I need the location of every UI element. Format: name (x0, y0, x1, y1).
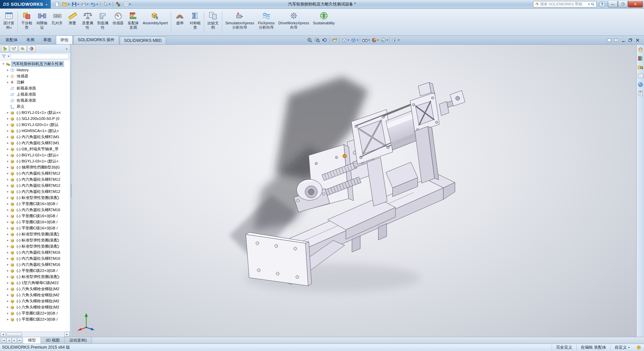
tree-expander-icon[interactable]: ▸ (6, 117, 10, 120)
tree-item[interactable]: ▸(-) 平垫圈C级22×3[GB / (1, 268, 70, 274)
hole-align-button[interactable]: 孔对齐 (50, 10, 65, 35)
tree-expander-icon[interactable]: ▸ (6, 160, 10, 163)
section-view-button[interactable] (331, 36, 338, 44)
tree-item[interactable]: ▸History (1, 67, 70, 73)
tab-nav-button-3[interactable]: ►| (17, 338, 22, 343)
tree-item[interactable]: ▸(-) 六角头螺栓全螺纹(M2 (1, 286, 70, 292)
tree-expander-icon[interactable]: ▸ (6, 245, 10, 248)
help-button[interactable]: ? (599, 1, 605, 7)
interference-button[interactable]: 干涉检 查 (19, 10, 34, 35)
tree-item[interactable]: ▸(-) 轴用弹性挡圈B型35[G (1, 164, 70, 170)
tree-expander-icon[interactable]: ▸ (6, 239, 10, 242)
doc-restore-button[interactable] (627, 37, 634, 43)
tab-nav-button-1[interactable]: ◄ (6, 338, 12, 343)
assemblyxpert-button[interactable]: XAssemblyXpert (141, 10, 169, 35)
zoom-to-area-button[interactable] (314, 36, 321, 44)
tree-item[interactable]: ▸(-) 内六角圆柱头螺钉M16 (1, 249, 70, 255)
tree-item[interactable]: ▸(-) 内六角圆柱头螺钉M12 (1, 189, 70, 195)
apply-scene-button[interactable]: ▾ (380, 36, 389, 44)
tree-item[interactable]: ▸A注解 (1, 79, 70, 85)
tab-布局[interactable]: 布局 (22, 35, 39, 44)
tree-item[interactable]: ▸(-) 内六角圆柱头螺钉M12 (1, 176, 70, 182)
tree-expander-icon[interactable]: ▸ (6, 312, 10, 315)
tree-item[interactable]: ▸(-) 标准型弹性垫圈(装配) (1, 237, 70, 243)
tree-expander-icon[interactable]: ▸ (6, 251, 10, 254)
select-button[interactable]: ▾ (102, 1, 111, 8)
tree-expander-icon[interactable]: ▸ (6, 172, 10, 175)
tree-expander-icon[interactable]: ▸ (6, 202, 10, 205)
tree-item[interactable]: ▸(-) 1型六角螺母C级(M22 (1, 280, 70, 286)
tree-expander-icon[interactable]: ▸ (6, 294, 10, 297)
tree-expander-icon[interactable]: ▸ (6, 221, 10, 224)
symmetry-button[interactable]: 对称检 查 (188, 10, 203, 35)
tree-item[interactable]: ▸(-) 平垫圈C级22×3[GB / (1, 316, 70, 322)
view-settings-button[interactable]: ▾ (391, 36, 400, 44)
tree-item[interactable]: ▸(-) 内六角圆柱头螺钉M12 (1, 182, 70, 189)
menu-expand-arrow[interactable]: ▸ (46, 3, 48, 6)
rebuild-button[interactable] (115, 1, 122, 8)
display-style-button[interactable]: ▾ (350, 36, 359, 44)
tree-expander-icon[interactable]: ▸ (6, 178, 10, 181)
curvature-button[interactable]: 曲率 (172, 10, 187, 35)
previous-view-button[interactable] (321, 36, 328, 44)
maximize-button[interactable]: ❐ (618, 1, 628, 7)
open-button[interactable]: ▾ (61, 1, 70, 8)
search-icon[interactable] (591, 2, 595, 6)
sustainability-button[interactable]: Sustainability (311, 10, 337, 35)
tree-expander-icon[interactable]: ▸ (6, 281, 10, 284)
viewport-split-button[interactable] (613, 37, 619, 43)
tree-item[interactable]: ▸(-) 六角头螺栓全螺纹(M2 (1, 292, 70, 298)
tree-expander-icon[interactable]: ▸ (6, 69, 10, 72)
mass-props-button[interactable]: 质量属 性 (80, 10, 95, 35)
view-palette-button[interactable] (637, 73, 644, 79)
tree-item[interactable]: ▸(-) 标准型弹性垫圈(装配) (1, 195, 70, 201)
tree-item[interactable]: ▸(-) GB_杆端关节轴承_带 (1, 146, 70, 152)
tree-expander-icon[interactable]: ▸ (6, 154, 10, 157)
tab-草图[interactable]: 草图 (39, 35, 56, 44)
tree-item[interactable]: ▸(-) 内六角圆柱头螺钉M16 (1, 207, 70, 213)
tree-item[interactable]: ▸(-) 内六角圆柱头螺钉M16 (1, 261, 70, 268)
status-custom[interactable]: 自定义 ▾ (610, 345, 634, 350)
tree-expander-icon[interactable]: ▸ (6, 306, 10, 309)
tree-item[interactable]: ▸(-) 六角头螺栓全螺纹(M2 (1, 298, 70, 304)
tree-expander-icon[interactable]: ▸ (6, 300, 10, 303)
close-button[interactable]: ✕ (628, 1, 643, 7)
tree-item[interactable]: ▸(-) 六角头螺栓全螺纹(M2 (1, 304, 70, 310)
tree-item[interactable]: ▸(-) 内六角圆柱头螺钉M12 (1, 170, 70, 176)
tree-expander-icon[interactable]: ▸ (6, 257, 10, 260)
panel-expand-button[interactable]: » (66, 47, 69, 51)
tree-expander-icon[interactable]: ▸ (6, 287, 10, 291)
tree-item[interactable]: ▸(-) BGYLJ-01<1> (默认<< (1, 109, 70, 116)
tab-nav-button-2[interactable]: ► (12, 338, 17, 343)
tree-item[interactable]: ▸(-) 标准型弹性垫圈(装配) (1, 231, 70, 237)
doc-minimize-button[interactable] (620, 37, 626, 43)
solidworks-logo[interactable]: DS SOLIDWORKS ▸ (0, 0, 51, 8)
filter-funnel-icon[interactable] (1, 54, 6, 59)
search-input[interactable]: 搜索 SOLIDWORKS 帮助 (540, 2, 587, 7)
tree-expander-icon[interactable]: ▸ (6, 148, 10, 151)
compare-docs-button[interactable]: 比较文 档 (206, 10, 221, 35)
tree-expander-icon[interactable]: ▸ (6, 166, 10, 169)
tree-item[interactable]: ▸(-) BGYLJ-020<1> (默认 (1, 122, 70, 128)
tree-item[interactable]: ▸(-) 标准型弹性垫圈(装配): (1, 274, 70, 280)
tree-expander-icon[interactable]: ▸ (6, 318, 10, 321)
status-help-icon[interactable]: ? (636, 345, 641, 350)
zoom-to-fit-button[interactable] (306, 36, 314, 44)
tree-item[interactable]: ▸(-) BGYLJ-02<1> (默认< (1, 152, 70, 158)
tree-item[interactable]: ▸(-) HGH55CA<1> (默认< (1, 128, 70, 134)
featuremanager-tab[interactable] (1, 45, 9, 52)
tab-SOLIDWORKS MBD[interactable]: SOLIDWORKS MBD (120, 36, 166, 44)
tree-item[interactable]: ▸(-) 平垫圈C级16×3[GB / (1, 201, 70, 207)
tree-expander-icon[interactable]: ▸ (6, 215, 10, 218)
view-orientation-button[interactable]: ▾ (341, 36, 350, 44)
bottom-tab-3D 视图[interactable]: 3D 视图 (41, 337, 65, 344)
tree-expander-icon[interactable]: ▾ (1, 62, 5, 66)
hide-show-items-button[interactable]: ▾ (361, 36, 370, 44)
tab-SOLIDWORKS 插件[interactable]: SOLIDWORKS 插件 (73, 35, 119, 44)
tree-item[interactable]: ▾汽车轮胎拆卸机压力耐久性测 (1, 61, 70, 67)
tab-nav-button-0[interactable]: |◄ (1, 338, 6, 343)
tree-expander-icon[interactable]: ▸ (6, 263, 10, 266)
floxpress-button[interactable]: FloXpress 分析向导 (256, 10, 277, 35)
tree-expander-icon[interactable]: ▸ (6, 275, 10, 278)
file-properties-button[interactable]: ▾ (122, 1, 131, 8)
